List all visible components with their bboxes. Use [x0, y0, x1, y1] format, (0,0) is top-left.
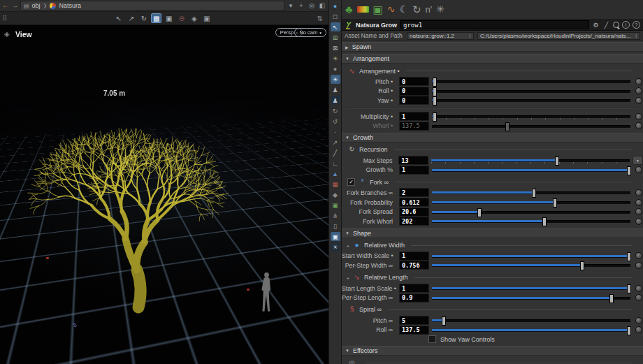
slider[interactable] — [432, 284, 630, 293]
value-field[interactable]: 2 — [399, 188, 429, 197]
section-header-arrangement[interactable]: ▼Arrangement — [342, 54, 643, 64]
moon-shelf-icon[interactable]: ☾ — [399, 4, 408, 15]
pane-square-icon[interactable]: □ — [331, 12, 340, 21]
select-arrow-icon[interactable]: ↖ — [331, 22, 340, 31]
rotate-ccw-icon[interactable]: ↺ — [331, 117, 340, 126]
param-menu-button[interactable] — [635, 199, 642, 206]
section-header-effectors[interactable]: ▼Effectors — [342, 346, 643, 356]
slider[interactable] — [432, 77, 630, 86]
sphere-icon[interactable]: ● — [331, 64, 340, 73]
param-menu-button[interactable] — [635, 294, 642, 301]
forward-arrow-icon[interactable]: → — [11, 2, 18, 9]
n-node-shelf-icon[interactable]: n′ — [426, 4, 433, 15]
section-header-spawn[interactable]: ▶Spawn — [342, 42, 643, 52]
param-menu-button[interactable] — [635, 87, 642, 94]
slider[interactable] — [432, 326, 630, 335]
back-arrow-icon[interactable]: ← — [2, 2, 9, 9]
view-region-icon[interactable]: ▣ — [164, 13, 174, 23]
show-yaw-controls-checkbox[interactable] — [428, 335, 436, 343]
snapshot-blue-icon[interactable]: ▣ — [331, 232, 340, 241]
slider-handle[interactable] — [505, 122, 510, 131]
headlight-icon[interactable]: ☀ — [331, 75, 340, 84]
pane-handle-icon[interactable]: ⠿ — [2, 15, 7, 22]
value-field[interactable]: 1 — [399, 112, 429, 121]
value-field[interactable]: 0.612 — [399, 198, 429, 207]
snapshot-camera-icon[interactable]: ▣ — [201, 13, 212, 23]
stepper-icon[interactable]: ↕ — [635, 33, 637, 39]
pen-icon[interactable]: ╱ — [331, 148, 340, 157]
slider-handle[interactable] — [532, 189, 536, 198]
lock-icon[interactable]: ⊠ — [331, 43, 340, 52]
value-field[interactable]: 202 — [399, 217, 429, 226]
fork-handles-icon[interactable]: ⋔ — [331, 211, 340, 220]
value-field[interactable]: 0 — [399, 77, 429, 86]
slider-handle[interactable] — [477, 208, 482, 217]
param-menu-button[interactable] — [635, 97, 642, 104]
figure-dark-icon[interactable]: ♟ — [331, 96, 340, 105]
expand-arrow-icon[interactable]: ▸ — [347, 243, 349, 248]
value-field[interactable]: 1 — [399, 284, 429, 293]
slider-handle[interactable] — [609, 294, 614, 303]
param-menu-button[interactable] — [635, 189, 642, 196]
param-menu-button[interactable] — [635, 218, 642, 225]
expand-arrow-icon[interactable]: ▸ — [347, 275, 349, 280]
section-header-shape[interactable]: ▼Shape — [342, 228, 643, 238]
slider[interactable] — [432, 87, 630, 96]
lightbulb-icon[interactable]: ☀ — [331, 54, 340, 63]
value-field[interactable]: 137.5 — [399, 122, 429, 131]
param-dropdown-button[interactable]: ▾ — [633, 156, 643, 165]
brush-icon[interactable]: ╱ — [602, 22, 610, 29]
checker-icon[interactable]: ▦ — [331, 180, 340, 189]
stepper-icon[interactable]: ↕ — [468, 33, 471, 39]
capsule-icon[interactable]: ▯ — [331, 221, 340, 231]
slider-handle[interactable] — [627, 284, 631, 293]
select-geometry-tool-icon[interactable]: ↗ — [126, 13, 136, 23]
param-menu-button[interactable] — [635, 317, 642, 324]
param-menu-button[interactable] — [635, 78, 642, 85]
param-menu-button[interactable] — [635, 326, 642, 333]
value-field[interactable]: 0.756 — [399, 261, 429, 270]
corner-ruler-icon[interactable]: ∟ — [331, 159, 340, 168]
rotate-cw-icon[interactable]: ↻ — [331, 106, 340, 115]
gear-flower-shelf-icon[interactable]: ✳ — [436, 4, 445, 15]
breadcrumb[interactable]: ▤ obj ❯ Natsura — [20, 1, 284, 10]
slider-handle[interactable] — [433, 112, 437, 122]
curve-shelf-icon[interactable]: ∿ — [387, 4, 396, 15]
select-objects-tool-icon[interactable]: ↖ — [113, 13, 124, 23]
gear-menu-icon[interactable]: ⚙ — [592, 22, 600, 29]
value-field[interactable]: 20.6 — [399, 208, 429, 217]
slider-handle[interactable] — [627, 326, 631, 335]
param-menu-button[interactable] — [635, 208, 642, 215]
param-menu-button[interactable] — [635, 252, 642, 259]
figure-icon[interactable]: ♟ — [331, 85, 340, 94]
box-select-icon[interactable]: ⊞ — [331, 33, 340, 42]
slider[interactable] — [432, 188, 630, 197]
param-menu-button[interactable] — [635, 122, 642, 129]
value-field[interactable]: 0 — [399, 96, 429, 105]
slider[interactable] — [432, 316, 630, 325]
bulb-on-icon[interactable]: ☀ — [331, 242, 340, 252]
slider-handle[interactable] — [433, 78, 437, 87]
slider-handle[interactable] — [627, 252, 631, 261]
scene-viewport[interactable]: ◈ View Persp▾ No cam▾ 7.05 m 5 — [0, 25, 328, 364]
asset-path-select[interactable]: C:/Users/plasmo/workspace/HoudiniProject… — [477, 32, 640, 40]
disable-snap-icon[interactable]: ⊖ — [176, 13, 187, 23]
camera-select-button[interactable]: No cam▾ — [294, 28, 326, 37]
value-field[interactable]: 5 — [399, 316, 429, 325]
asset-version-select[interactable]: natsura::grow::1.2 ↕ — [407, 32, 474, 40]
param-menu-button[interactable] — [635, 166, 642, 173]
point-icon[interactable]: · — [331, 127, 340, 136]
value-field[interactable]: 0 — [399, 87, 429, 96]
value-field[interactable]: 0.9 — [399, 293, 429, 303]
help-icon[interactable]: ? — [633, 21, 640, 29]
node-name-input[interactable]: grow1 — [400, 20, 589, 29]
gradient-shelf-icon[interactable] — [357, 6, 369, 13]
sort-icon[interactable]: ⇅ — [317, 15, 323, 22]
snapping-tool-icon[interactable]: ▩ — [151, 13, 161, 23]
slider-handle[interactable] — [627, 166, 631, 175]
param-menu-button[interactable] — [635, 113, 642, 120]
breadcrumb-context[interactable]: obj — [32, 2, 41, 9]
slider-handle[interactable] — [553, 198, 557, 208]
slider[interactable] — [432, 208, 630, 217]
slider[interactable] — [432, 252, 630, 261]
